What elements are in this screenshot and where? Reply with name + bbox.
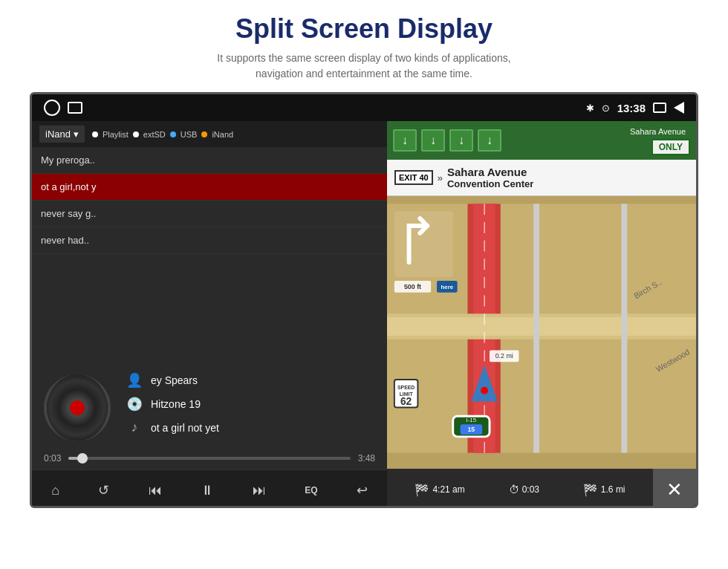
page-subtitle: It supports the same screen display of t… [15, 51, 713, 82]
exit-arrow-icon: » [438, 172, 443, 183]
inand-label: iNand [212, 130, 233, 139]
status-left [44, 100, 82, 116]
duration-time: 0:03 [522, 484, 539, 495]
vinyl-center [70, 400, 85, 415]
album-name: Hitzone 19 [151, 398, 201, 410]
flag-end-icon: 🏁 [583, 483, 598, 497]
track-info: 👤 ey Spears 💿 Hitzone 19 ♪ ot a girl not… [126, 372, 375, 443]
circle-icon [44, 100, 60, 116]
eta-box: 🏁 4:21 am [415, 483, 464, 497]
page-title: Split Screen Display [15, 13, 713, 45]
svg-text:62: 62 [400, 396, 412, 407]
clock-icon: ⏱ [509, 484, 519, 495]
svg-rect-8 [533, 204, 539, 452]
page-header: Split Screen Display It supports the sam… [0, 0, 728, 92]
dropdown-arrow-icon: ▾ [74, 129, 79, 140]
home-button[interactable]: ⌂ [44, 478, 67, 503]
extsd-label: extSD [143, 130, 166, 139]
exit-info: EXIT 40 » Sahara Avenue Convention Cente… [394, 166, 689, 189]
album-art [44, 374, 111, 441]
split-area: iNand ▾ Playlist extSD USB iNand My prer… [32, 121, 696, 508]
track-row: ♪ ot a girl not yet [126, 420, 375, 435]
usb-label: USB [181, 130, 198, 139]
battery-icon [653, 103, 666, 113]
playlist-label: Playlist [103, 130, 129, 139]
source-bar: iNand ▾ Playlist extSD USB iNand [32, 121, 387, 147]
progress-area: 0:03 3:48 [32, 449, 387, 469]
svg-rect-7 [387, 317, 696, 336]
playback-controls: ⌂ ↺ ⏮ ⏸ ⏭ EQ ↩ [32, 469, 387, 508]
music-panel: iNand ▾ Playlist extSD USB iNand My prer… [32, 121, 387, 508]
inand-radio-icon [201, 131, 207, 137]
map-svg: 500 ft here 0.2 mi SPEED LIM [387, 188, 696, 469]
sahara-sign: Sahara Avenue [625, 126, 690, 137]
progress-thumb [77, 453, 88, 464]
map-area: 500 ft here 0.2 mi SPEED LIM [387, 188, 696, 469]
album-art-inner [47, 374, 108, 441]
usb-radio-icon [170, 131, 176, 137]
next-button[interactable]: ⏭ [245, 478, 273, 503]
svg-text:500 ft: 500 ft [404, 283, 421, 290]
artist-name: ey Spears [151, 374, 198, 386]
svg-text:15: 15 [467, 426, 475, 433]
arrow-sign-2: ↓ [421, 129, 445, 152]
device-frame: ✱ ⊙ 13:38 iNand ▾ Playlist extSD [30, 92, 698, 508]
album-icon: 💿 [126, 396, 143, 412]
exit-bar: EXIT 40 » Sahara Avenue Convention Cente… [387, 160, 696, 196]
source-label: iNand [45, 129, 71, 140]
svg-text:I-15: I-15 [467, 417, 477, 423]
source-options: Playlist extSD USB iNand [92, 130, 233, 139]
nav-header: ↓ ↓ ↓ ↓ Sahara Avenue ONLY EXIT 40 » [387, 121, 696, 196]
direction-arrows: ↓ ↓ ↓ ↓ [393, 129, 501, 152]
playlist: My preroga.. ot a girl,not y never say g… [32, 147, 387, 362]
exit-streets: Sahara Avenue Convention Center [447, 166, 533, 189]
playlist-radio-icon [92, 131, 98, 137]
svg-point-29 [481, 387, 488, 394]
bluetooth-icon: ✱ [586, 103, 594, 114]
progress-bar[interactable] [68, 457, 350, 460]
list-item[interactable]: never say g.. [32, 201, 387, 227]
navigation-panel: ↓ ↓ ↓ ↓ Sahara Avenue ONLY EXIT 40 » [387, 121, 696, 508]
track-icon: ♪ [126, 420, 143, 435]
close-nav-button[interactable]: ✕ [653, 469, 696, 508]
sub-street: Convention Center [447, 178, 533, 189]
list-item[interactable]: My preroga.. [32, 147, 387, 174]
arrow-sign-4: ↓ [478, 129, 501, 152]
arrow-sign-3: ↓ [449, 129, 473, 152]
prev-button[interactable]: ⏮ [141, 478, 169, 503]
album-row: 💿 Hitzone 19 [126, 396, 375, 412]
now-playing: 👤 ey Spears 💿 Hitzone 19 ♪ ot a girl not… [32, 362, 387, 449]
progress-bar-wrap: 0:03 3:48 [44, 453, 375, 464]
only-sign: ONLY [651, 139, 690, 155]
back-button[interactable]: ↩ [349, 478, 375, 503]
distance-box: 🏁 1.6 mi [583, 483, 625, 497]
svg-text:0.2 mi: 0.2 mi [495, 352, 513, 360]
svg-rect-9 [621, 204, 627, 452]
nav-info-area: 🏁 4:21 am ⏱ 0:03 🏁 1.6 mi [387, 483, 653, 497]
location-icon: ⊙ [602, 103, 610, 114]
time-elapsed: 0:03 [44, 453, 61, 464]
list-item[interactable]: never had.. [32, 227, 387, 254]
eta-time: 4:21 am [432, 484, 464, 495]
back-icon [674, 102, 684, 114]
eq-button[interactable]: EQ [297, 481, 325, 500]
street-signs: Sahara Avenue ONLY [625, 126, 690, 155]
duration-box: ⏱ 0:03 [509, 484, 539, 495]
nav-signs-bar: ↓ ↓ ↓ ↓ Sahara Avenue ONLY [387, 121, 696, 160]
source-dropdown[interactable]: iNand ▾ [39, 126, 85, 143]
extsd-radio-icon [133, 131, 139, 137]
exit-badge: EXIT 40 [394, 170, 433, 185]
main-street: Sahara Avenue [447, 166, 533, 178]
flag-start-icon: 🏁 [415, 483, 429, 497]
nav-distance: 1.6 mi [601, 484, 625, 495]
svg-text:SPEED: SPEED [397, 385, 415, 390]
play-pause-button[interactable]: ⏸ [193, 478, 221, 503]
repeat-button[interactable]: ↺ [91, 478, 117, 503]
artist-icon: 👤 [126, 372, 143, 388]
status-time: 13:38 [617, 102, 646, 114]
track-name: ot a girl not yet [151, 422, 219, 434]
artist-row: 👤 ey Spears [126, 372, 375, 388]
time-total: 3:48 [358, 453, 375, 464]
list-item-active[interactable]: ot a girl,not y [32, 174, 387, 201]
status-bar: ✱ ⊙ 13:38 [32, 94, 696, 121]
